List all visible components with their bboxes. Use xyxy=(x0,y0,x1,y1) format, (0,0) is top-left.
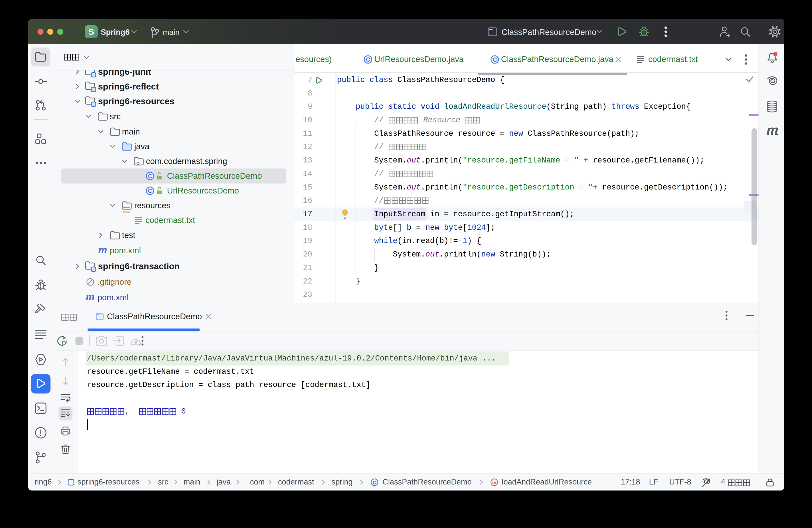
svg-text:m: m xyxy=(492,480,496,485)
svg-text:C: C xyxy=(493,57,497,63)
svg-text:C: C xyxy=(148,188,152,194)
svg-text:C: C xyxy=(366,57,370,63)
svg-text:C: C xyxy=(148,173,152,179)
svg-text:C: C xyxy=(373,480,376,485)
